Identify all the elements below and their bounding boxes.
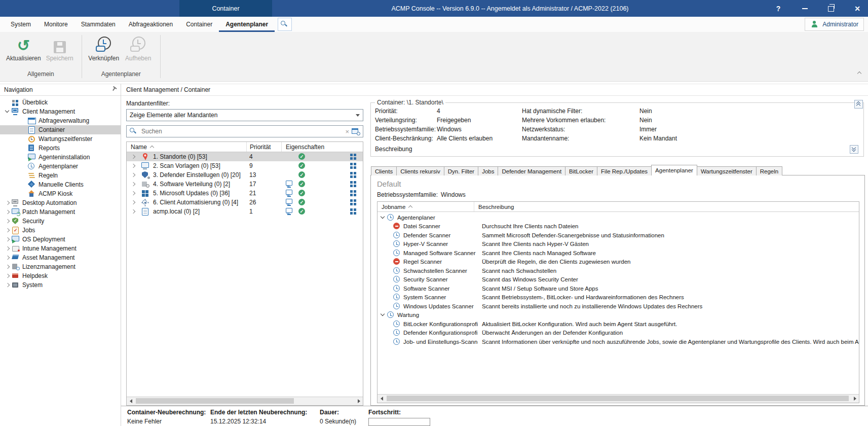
expander-icon[interactable] (386, 258, 393, 265)
expander-icon[interactable] (380, 311, 387, 318)
column-header-jobname[interactable]: Jobname (378, 202, 474, 211)
expander-icon[interactable] (4, 263, 11, 270)
expander-icon[interactable] (130, 162, 137, 169)
close-button[interactable]: ✕ (852, 3, 863, 14)
pin-icon[interactable] (109, 86, 118, 94)
unlink-button[interactable]: Aufheben (123, 35, 154, 69)
expander-icon[interactable] (130, 190, 137, 197)
container-row[interactable]: acmp.local (0) [2] 1 (127, 207, 363, 216)
expander-icon[interactable] (20, 145, 27, 152)
expander-icon[interactable] (4, 272, 11, 279)
expander-icon[interactable] (386, 267, 393, 274)
nav-item[interactable]: Reports (0, 144, 121, 153)
column-header-priority[interactable]: Priorität (247, 142, 282, 152)
expand-description-button[interactable] (850, 145, 858, 154)
nav-item[interactable]: ACMP Kiosk (0, 189, 121, 198)
expander-icon[interactable] (4, 218, 11, 225)
collapse-details-button[interactable] (854, 100, 863, 109)
job-row[interactable]: BitLocker Konfigurationsprofile ak... Ak… (378, 320, 859, 329)
expander-icon[interactable] (4, 281, 11, 289)
nav-item[interactable]: Jobs (0, 226, 121, 235)
tab[interactable]: File Rep./Updates (597, 166, 652, 175)
container-row[interactable]: 5. Microsoft Updates (0) [36] 21 (127, 189, 363, 198)
nav-item[interactable]: Helpdesk (0, 271, 121, 280)
container-row[interactable]: 3. Defender Einstellugen (0) [20] 13 (127, 170, 363, 180)
nav-item[interactable]: OS Deployment (0, 235, 121, 244)
expander-icon[interactable] (20, 190, 27, 197)
nav-item[interactable]: Security (0, 217, 121, 226)
job-row[interactable]: System Scanner Scannt Betriebssystem-, B… (378, 293, 859, 302)
job-row[interactable]: Hyper-V Scanner Scannt Ihre Clients nach… (378, 240, 859, 249)
job-row[interactable]: Software Scanner Scannt MSI / Setup Soft… (378, 284, 859, 293)
column-header-description[interactable]: Beschreibung (474, 204, 859, 210)
scrollbar-track[interactable] (386, 395, 851, 403)
job-row[interactable]: Defender Scanner Sammelt Microsoft Defen… (378, 231, 859, 240)
menu-item[interactable]: Agentenplaner (219, 17, 275, 32)
expander-icon[interactable] (386, 303, 393, 310)
job-row[interactable]: Windows Updates Scanner Scannt bereits i… (378, 302, 859, 311)
tenant-filter-dropdown[interactable]: Zeige Elemente aller Mandanten (126, 109, 363, 121)
container-row[interactable]: 2. Scan Vorlagen (0) [53] 9 (127, 161, 363, 170)
container-row[interactable]: 1. Standorte (0) [53] 4 (127, 152, 363, 161)
advanced-search-icon[interactable] (351, 127, 360, 135)
expander-icon[interactable] (20, 135, 27, 143)
nav-item[interactable]: Regeln (0, 171, 121, 180)
expander-icon[interactable] (130, 153, 137, 160)
save-button[interactable]: Speichern (44, 35, 76, 69)
nav-item[interactable]: Lizenzmanagement (0, 262, 121, 271)
nav-item[interactable]: Client Management (0, 107, 121, 116)
expander-icon[interactable] (4, 236, 11, 243)
expander-icon[interactable] (4, 199, 11, 206)
expander-icon[interactable] (386, 285, 393, 292)
nav-item[interactable]: Desktop Automation (0, 198, 121, 207)
nav-item[interactable]: Manuelle Clients (0, 180, 121, 189)
menu-item[interactable]: Abfrageaktionen (122, 17, 179, 32)
expander-icon[interactable] (20, 181, 27, 188)
menu-item[interactable]: System (4, 17, 37, 32)
expander-icon[interactable] (386, 223, 393, 230)
scrollbar-thumb[interactable] (387, 396, 849, 401)
nav-item[interactable]: Abfrageverwaltung (0, 116, 121, 125)
job-row[interactable]: Wartung (378, 311, 859, 320)
column-header-name[interactable]: Name (127, 142, 247, 152)
expander-icon[interactable] (386, 276, 393, 283)
scroll-left-arrow[interactable] (127, 397, 135, 405)
tab[interactable]: Wartungszeitfenster (697, 166, 757, 175)
tab[interactable]: Regeln (756, 166, 782, 175)
menu-item[interactable]: Stammdaten (74, 17, 122, 32)
nav-item[interactable]: Agenteninstallation (0, 153, 121, 162)
tab[interactable]: Jobs (478, 166, 498, 175)
expander-icon[interactable] (4, 227, 11, 234)
restore-button[interactable] (825, 3, 837, 14)
expander-icon[interactable] (386, 338, 393, 345)
scrollbar-track[interactable] (135, 397, 355, 405)
job-row[interactable]: Schwachstellen Scanner Scannt nach Schwa… (378, 266, 859, 275)
scroll-left-arrow[interactable] (378, 395, 386, 403)
ribbon-collapse-button[interactable] (854, 69, 862, 77)
tab[interactable]: Clients rekursiv (396, 166, 444, 175)
link-button[interactable]: Verknüpfen (88, 35, 120, 69)
tab[interactable]: Agentenplaner (651, 165, 697, 175)
expander-icon[interactable] (386, 294, 393, 301)
tab[interactable]: Defender Management (498, 166, 565, 175)
job-row[interactable]: Datei Scanner Durchsucht Ihre Clients na… (378, 222, 859, 231)
nav-item[interactable]: Agentenplaner (0, 162, 121, 171)
expander-icon[interactable] (4, 108, 11, 115)
expander-icon[interactable] (20, 154, 27, 161)
job-row[interactable]: Managed Software Scanner Scannt Ihre Cli… (378, 248, 859, 258)
clear-search-icon[interactable]: × (345, 128, 349, 135)
expander-icon[interactable] (386, 329, 393, 336)
tab[interactable]: Dyn. Filter (444, 166, 478, 175)
expander-icon[interactable] (20, 126, 27, 133)
menu-search-button[interactable] (278, 18, 292, 31)
expander-icon[interactable] (386, 232, 393, 239)
job-row[interactable]: Defender Konfigurationsprofile a... Über… (378, 329, 859, 338)
expander-icon[interactable] (4, 245, 11, 252)
expander-icon[interactable] (386, 240, 393, 247)
user-button[interactable]: Administrator (805, 18, 864, 31)
nav-item[interactable]: System (0, 280, 121, 290)
nav-item[interactable]: Wartungszeitfenster (0, 134, 121, 144)
container-row[interactable]: 6. Client Automatisierung (0) [4] 26 (127, 198, 363, 207)
tab[interactable]: Clients (371, 166, 397, 175)
expander-icon[interactable] (20, 172, 27, 179)
